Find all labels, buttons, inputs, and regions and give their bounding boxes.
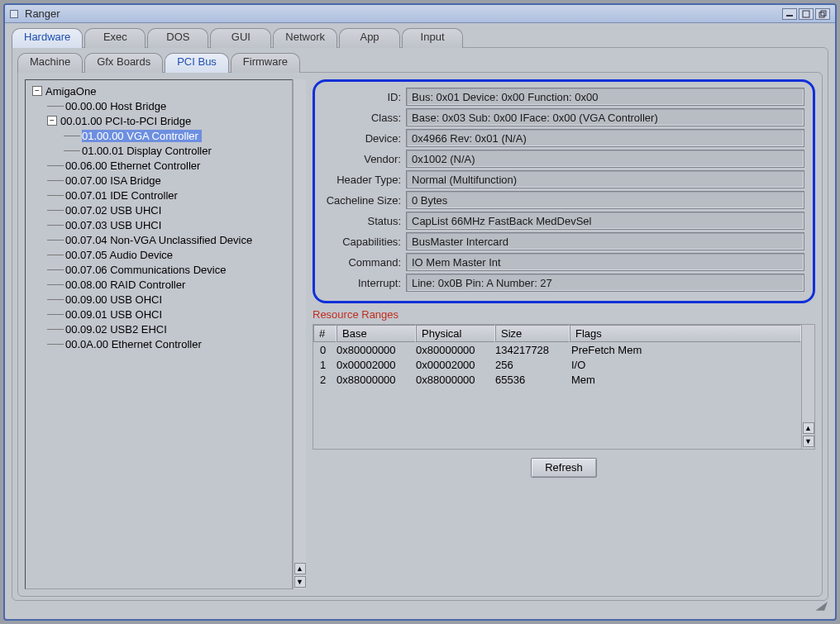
col-index[interactable]: # bbox=[313, 325, 336, 342]
tree-item[interactable]: 00.07.06 Communications Device bbox=[65, 264, 226, 276]
table-scrollbar[interactable]: ▲ ▼ bbox=[801, 325, 814, 449]
detail-value-headertype: Normal (Multifunction) bbox=[406, 170, 804, 188]
resource-table-header: # Base Physical Size Flags bbox=[313, 325, 801, 342]
detail-label-interrupt: Interrupt: bbox=[323, 277, 406, 289]
tree-item[interactable]: 00.07.00 ISA Bridge bbox=[65, 174, 161, 187]
tree-root-label[interactable]: AmigaOne bbox=[45, 85, 96, 98]
tab-input[interactable]: Input bbox=[402, 28, 463, 48]
restore-button[interactable] bbox=[815, 8, 830, 20]
subtab-pci-bus[interactable]: PCI Bus bbox=[165, 53, 229, 73]
tree-item[interactable]: 00.07.03 USB UHCI bbox=[65, 219, 161, 231]
maximize-button[interactable] bbox=[799, 8, 814, 20]
tree-branch-icon bbox=[64, 150, 80, 151]
tab-app[interactable]: App bbox=[339, 28, 400, 48]
detail-label-cacheline: Cacheline Size: bbox=[323, 194, 406, 207]
tree-scrollbar[interactable]: ▲ ▼ bbox=[293, 79, 306, 589]
detail-value-id: Bus: 0x01 Device: 0x00 Function: 0x00 bbox=[406, 88, 804, 106]
tree-item[interactable]: 00.06.00 Ethernet Controller bbox=[65, 160, 200, 172]
tree-item[interactable]: 01.00.01 Display Controller bbox=[82, 145, 212, 157]
scroll-up-icon[interactable]: ▲ bbox=[294, 563, 306, 574]
detail-value-status: CapList 66MHz FastBack MedDevSel bbox=[406, 212, 804, 230]
window-menu-icon[interactable] bbox=[10, 10, 18, 18]
tree-item[interactable]: 00.07.04 Non-VGA Unclassified Device bbox=[65, 234, 252, 246]
tree-branch-icon bbox=[47, 106, 64, 107]
tree-branch-icon bbox=[47, 180, 64, 181]
detail-value-cacheline: 0 Bytes bbox=[406, 191, 804, 209]
titlebar[interactable]: Ranger bbox=[5, 5, 835, 23]
tab-network[interactable]: Network bbox=[273, 28, 337, 48]
tree-branch-icon bbox=[47, 344, 64, 345]
tree-branch-icon bbox=[47, 225, 64, 226]
detail-label-status: Status: bbox=[323, 215, 406, 227]
col-base[interactable]: Base bbox=[336, 325, 416, 342]
tree-item[interactable]: 00.07.05 Audio Device bbox=[65, 249, 173, 261]
resource-table-body: 00x800000000x80000000134217728PreFetch M… bbox=[313, 342, 801, 449]
col-size[interactable]: Size bbox=[495, 325, 570, 342]
scroll-down-icon[interactable]: ▼ bbox=[294, 576, 306, 588]
resource-ranges-title: Resource Ranges bbox=[313, 308, 815, 321]
tree-branch-icon bbox=[47, 255, 64, 255]
tree-item[interactable]: 00.09.01 USB OHCI bbox=[65, 308, 162, 321]
window-title: Ranger bbox=[25, 7, 776, 20]
detail-value-command: IO Mem Master Int bbox=[406, 253, 804, 271]
detail-label-headertype: Header Type: bbox=[323, 174, 406, 186]
tree-branch-icon bbox=[47, 240, 64, 241]
app-window: Ranger HardwareExecDOSGUINetworkAppInput… bbox=[3, 3, 837, 621]
tree-item[interactable]: 00.09.02 USB2 EHCI bbox=[65, 323, 167, 336]
tab-exec[interactable]: Exec bbox=[84, 28, 146, 48]
tree-item[interactable]: 00.01.00 PCI-to-PCI Bridge bbox=[60, 115, 191, 127]
resource-row[interactable]: 10x000020000x00002000256I/O bbox=[313, 359, 801, 374]
tree-branch-icon bbox=[47, 329, 64, 330]
col-physical[interactable]: Physical bbox=[416, 325, 495, 342]
subtab-machine[interactable]: Machine bbox=[17, 53, 83, 73]
tree-branch-icon bbox=[47, 165, 64, 166]
tree-branch-icon bbox=[47, 314, 64, 315]
detail-value-device: 0x4966 Rev: 0x01 (N/A) bbox=[406, 129, 804, 147]
subtab-firmware[interactable]: Firmware bbox=[231, 53, 300, 73]
tree-branch-icon bbox=[47, 269, 64, 270]
detail-value-capabilities: BusMaster Intercard bbox=[406, 232, 804, 250]
tab-hardware[interactable]: Hardware bbox=[12, 28, 83, 48]
tree-item[interactable]: 00.0A.00 Ethernet Controller bbox=[65, 338, 202, 350]
subtab-gfx-boards[interactable]: Gfx Boards bbox=[84, 53, 163, 73]
detail-label-class: Class: bbox=[323, 112, 406, 124]
tree-branch-icon bbox=[47, 210, 64, 211]
detail-value-class: Base: 0x03 Sub: 0x00 IFace: 0x00 (VGA Co… bbox=[406, 108, 804, 126]
detail-label-capabilities: Capabilities: bbox=[323, 236, 406, 248]
tree-item[interactable]: 00.00.00 Host Bridge bbox=[65, 100, 166, 112]
resize-grip[interactable]: ◢ bbox=[12, 601, 828, 612]
tree-item[interactable]: 00.07.01 IDE Controller bbox=[65, 189, 178, 202]
detail-value-vendor: 0x1002 (N/A) bbox=[406, 150, 804, 168]
pci-tree-panel: −AmigaOne00.00.00 Host Bridge−00.01.00 P… bbox=[25, 79, 293, 589]
tree-item[interactable]: 01.00.00 VGA Controller bbox=[82, 130, 202, 142]
tree-branch-icon bbox=[47, 284, 64, 285]
tab-dos[interactable]: DOS bbox=[147, 28, 208, 48]
tree-branch-icon bbox=[64, 136, 80, 136]
device-details: ID:Bus: 0x01 Device: 0x00 Function: 0x00… bbox=[313, 79, 815, 303]
svg-rect-0 bbox=[786, 15, 793, 17]
tree-branch-icon bbox=[47, 195, 64, 196]
main-tabs: HardwareExecDOSGUINetworkAppInput bbox=[12, 28, 828, 48]
tree-item[interactable]: 00.08.00 RAID Controller bbox=[65, 279, 185, 291]
tree-branch-icon bbox=[47, 299, 64, 300]
svg-rect-2 bbox=[819, 12, 824, 17]
tree-item[interactable]: 00.09.00 USB OHCI bbox=[65, 293, 162, 306]
resource-row[interactable]: 20x880000000x8800000065536Mem bbox=[313, 374, 801, 388]
detail-label-command: Command: bbox=[323, 256, 406, 269]
tree-collapse-icon[interactable]: − bbox=[47, 116, 57, 126]
detail-label-vendor: Vendor: bbox=[323, 153, 406, 165]
detail-label-id: ID: bbox=[323, 91, 406, 103]
pci-tree[interactable]: −AmigaOne00.00.00 Host Bridge−00.01.00 P… bbox=[26, 80, 292, 588]
resource-row[interactable]: 00x800000000x80000000134217728PreFetch M… bbox=[313, 344, 801, 359]
svg-rect-3 bbox=[821, 11, 826, 16]
minimize-button[interactable] bbox=[782, 8, 797, 20]
tree-item[interactable]: 00.07.02 USB UHCI bbox=[65, 204, 161, 217]
col-flags[interactable]: Flags bbox=[570, 325, 801, 342]
tree-collapse-icon[interactable]: − bbox=[32, 86, 42, 96]
tab-gui[interactable]: GUI bbox=[210, 28, 271, 48]
refresh-button[interactable]: Refresh bbox=[531, 458, 597, 478]
svg-rect-1 bbox=[803, 11, 809, 17]
scroll-up-icon[interactable]: ▲ bbox=[803, 422, 814, 434]
sub-tabs: MachineGfx BoardsPCI BusFirmware bbox=[17, 53, 823, 73]
scroll-down-icon[interactable]: ▼ bbox=[803, 436, 814, 447]
